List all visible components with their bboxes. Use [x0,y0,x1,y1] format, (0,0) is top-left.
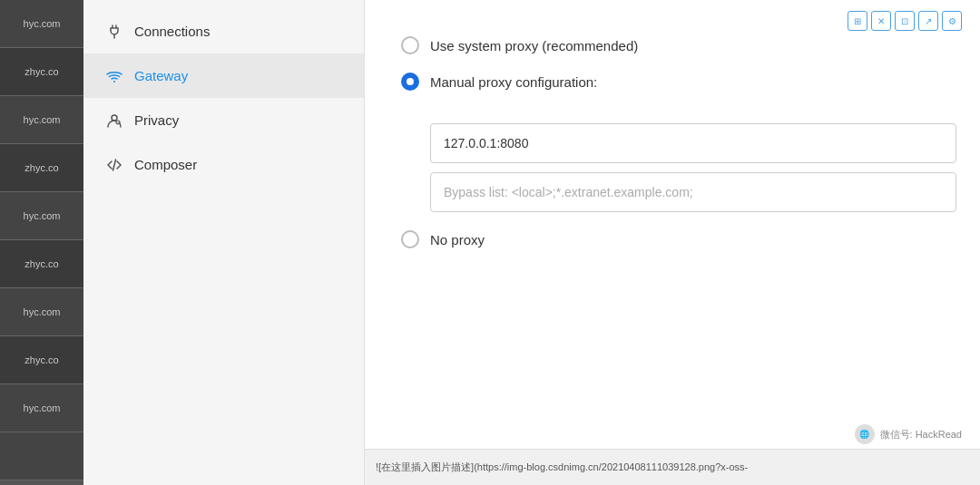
main-content-area: ⊞ ✕ ⊡ ↗ ⚙ Use system proxy (recommended)… [365,0,980,485]
strip-item-10 [0,432,83,480]
bottom-bar: ![在这里插入图片描述](https://img-blog.csdnimg.cn… [365,449,980,485]
strip-item-1[interactable]: hyc.com [0,0,83,48]
watermark-text: 微信号: HackRead [880,428,962,441]
sidebar-item-connections-label: Connections [134,24,210,39]
radio-system-proxy-label: Use system proxy (recommended) [430,38,638,53]
person-icon [105,113,123,128]
sidebar-item-privacy-label: Privacy [134,112,179,128]
sidebar-item-composer-label: Composer [134,157,197,172]
toolbar-icon-copy[interactable]: ⊡ [895,11,915,31]
toolbar-icons: ⊞ ✕ ⊡ ↗ ⚙ [848,11,962,31]
radio-manual-proxy[interactable]: Manual proxy configuration: [401,73,944,91]
toolbar-icon-close[interactable]: ✕ [871,11,891,31]
radio-system-proxy[interactable]: Use system proxy (recommended) [401,36,944,54]
radio-no-proxy-indicator [401,230,419,248]
sidebar-item-composer[interactable]: Composer [83,142,364,187]
strip-item-5[interactable]: hyc.com [0,192,83,240]
strip-item-6[interactable]: zhyc.co [0,240,83,288]
proxy-radio-group: Use system proxy (recommended) Manual pr… [401,36,944,248]
proxy-address-input[interactable] [430,123,956,163]
left-browser-strip: hyc.com zhyc.co hyc.com zhyc.co hyc.com … [0,0,83,485]
toolbar-icon-export[interactable]: ↗ [918,11,938,31]
manual-proxy-inputs [430,123,944,212]
strip-item-4[interactable]: zhyc.co [0,144,83,192]
toolbar-icon-settings[interactable]: ⚙ [942,11,962,31]
sidebar-item-gateway[interactable]: Gateway [83,53,364,98]
bottom-bar-text: ![在这里插入图片描述](https://img-blog.csdnimg.cn… [376,461,748,474]
bypass-list-input[interactable] [430,172,956,212]
radio-no-proxy[interactable]: No proxy [401,230,944,248]
watermark: 🌐 微信号: HackRead [855,424,962,444]
strip-item-3[interactable]: hyc.com [0,96,83,144]
radio-system-proxy-indicator [401,36,419,54]
radio-no-proxy-label: No proxy [430,232,485,247]
svg-point-2 [112,115,117,121]
strip-item-9[interactable]: hyc.com [0,384,83,432]
radio-manual-proxy-indicator [401,73,419,91]
code-icon [105,158,123,172]
svg-point-1 [113,81,115,82]
strip-item-7[interactable]: hyc.com [0,288,83,336]
strip-item-8[interactable]: zhyc.co [0,336,83,384]
sidebar-item-privacy[interactable]: Privacy [83,98,364,142]
sidebar-item-gateway-label: Gateway [134,68,188,83]
toolbar-icon-grid[interactable]: ⊞ [848,11,867,31]
plug-icon [105,24,123,39]
wifi-icon [105,70,123,82]
watermark-icon: 🌐 [855,424,875,444]
strip-item-2[interactable]: zhyc.co [0,48,83,96]
radio-manual-proxy-label: Manual proxy configuration: [430,74,597,90]
sidebar-item-connections[interactable]: Connections [83,9,364,53]
settings-sidebar: Connections Gateway Privacy [83,0,365,485]
svg-line-4 [113,160,116,170]
